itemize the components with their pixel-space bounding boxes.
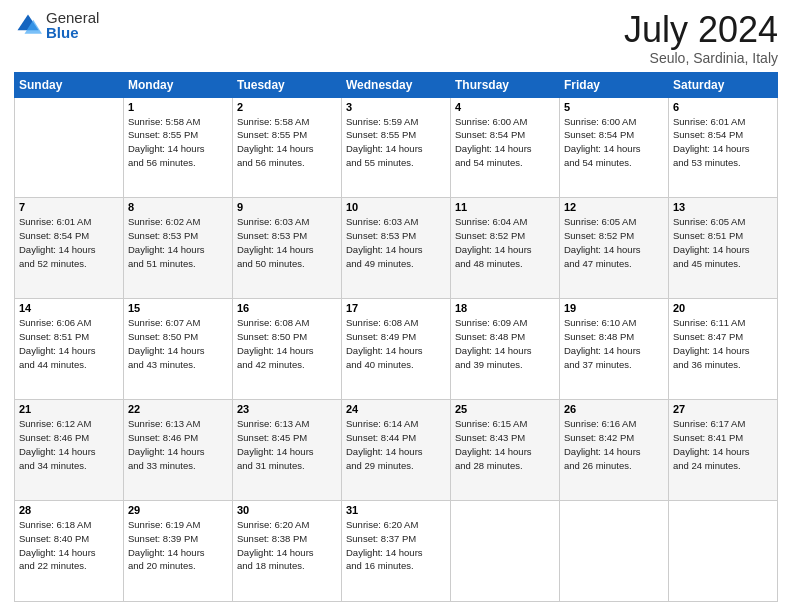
day-number: 5 [564,101,664,113]
day-number: 4 [455,101,555,113]
calendar-body: 1Sunrise: 5:58 AM Sunset: 8:55 PM Daylig… [15,97,778,601]
logo: General Blue [14,10,99,40]
calendar-table: SundayMondayTuesdayWednesdayThursdayFrid… [14,72,778,602]
calendar-cell: 1Sunrise: 5:58 AM Sunset: 8:55 PM Daylig… [124,97,233,198]
day-info: Sunrise: 5:59 AM Sunset: 8:55 PM Dayligh… [346,115,446,170]
day-info: Sunrise: 6:18 AM Sunset: 8:40 PM Dayligh… [19,518,119,573]
day-number: 23 [237,403,337,415]
calendar-cell: 3Sunrise: 5:59 AM Sunset: 8:55 PM Daylig… [342,97,451,198]
calendar-cell [451,501,560,602]
month-year: July 2024 [624,10,778,50]
calendar-week-row: 1Sunrise: 5:58 AM Sunset: 8:55 PM Daylig… [15,97,778,198]
day-number: 25 [455,403,555,415]
day-info: Sunrise: 6:03 AM Sunset: 8:53 PM Dayligh… [346,215,446,270]
title-block: July 2024 Seulo, Sardinia, Italy [624,10,778,66]
calendar-cell: 18Sunrise: 6:09 AM Sunset: 8:48 PM Dayli… [451,299,560,400]
day-number: 30 [237,504,337,516]
calendar-cell: 28Sunrise: 6:18 AM Sunset: 8:40 PM Dayli… [15,501,124,602]
page: General Blue July 2024 Seulo, Sardinia, … [0,0,792,612]
calendar-cell: 11Sunrise: 6:04 AM Sunset: 8:52 PM Dayli… [451,198,560,299]
day-info: Sunrise: 6:07 AM Sunset: 8:50 PM Dayligh… [128,316,228,371]
calendar-cell: 2Sunrise: 5:58 AM Sunset: 8:55 PM Daylig… [233,97,342,198]
calendar-cell [15,97,124,198]
logo-general-label: General [46,10,99,25]
day-info: Sunrise: 6:08 AM Sunset: 8:50 PM Dayligh… [237,316,337,371]
calendar-cell: 17Sunrise: 6:08 AM Sunset: 8:49 PM Dayli… [342,299,451,400]
day-info: Sunrise: 6:11 AM Sunset: 8:47 PM Dayligh… [673,316,773,371]
calendar-cell: 22Sunrise: 6:13 AM Sunset: 8:46 PM Dayli… [124,400,233,501]
calendar-cell [560,501,669,602]
weekday-header-cell: Monday [124,72,233,97]
day-number: 3 [346,101,446,113]
day-number: 16 [237,302,337,314]
weekday-header-row: SundayMondayTuesdayWednesdayThursdayFrid… [15,72,778,97]
day-number: 28 [19,504,119,516]
day-number: 13 [673,201,773,213]
day-info: Sunrise: 6:02 AM Sunset: 8:53 PM Dayligh… [128,215,228,270]
day-number: 31 [346,504,446,516]
calendar-cell: 30Sunrise: 6:20 AM Sunset: 8:38 PM Dayli… [233,501,342,602]
day-number: 27 [673,403,773,415]
day-info: Sunrise: 6:04 AM Sunset: 8:52 PM Dayligh… [455,215,555,270]
day-number: 7 [19,201,119,213]
day-number: 19 [564,302,664,314]
calendar-cell: 14Sunrise: 6:06 AM Sunset: 8:51 PM Dayli… [15,299,124,400]
calendar-cell: 6Sunrise: 6:01 AM Sunset: 8:54 PM Daylig… [669,97,778,198]
weekday-header-cell: Tuesday [233,72,342,97]
calendar-cell: 24Sunrise: 6:14 AM Sunset: 8:44 PM Dayli… [342,400,451,501]
day-number: 26 [564,403,664,415]
logo-blue-label: Blue [46,25,99,40]
calendar-cell: 29Sunrise: 6:19 AM Sunset: 8:39 PM Dayli… [124,501,233,602]
calendar-cell: 5Sunrise: 6:00 AM Sunset: 8:54 PM Daylig… [560,97,669,198]
day-info: Sunrise: 6:06 AM Sunset: 8:51 PM Dayligh… [19,316,119,371]
day-info: Sunrise: 6:13 AM Sunset: 8:46 PM Dayligh… [128,417,228,472]
calendar-week-row: 14Sunrise: 6:06 AM Sunset: 8:51 PM Dayli… [15,299,778,400]
calendar-cell: 7Sunrise: 6:01 AM Sunset: 8:54 PM Daylig… [15,198,124,299]
day-info: Sunrise: 6:16 AM Sunset: 8:42 PM Dayligh… [564,417,664,472]
calendar-cell: 25Sunrise: 6:15 AM Sunset: 8:43 PM Dayli… [451,400,560,501]
day-info: Sunrise: 5:58 AM Sunset: 8:55 PM Dayligh… [128,115,228,170]
location: Seulo, Sardinia, Italy [624,50,778,66]
day-number: 1 [128,101,228,113]
logo-text: General Blue [46,10,99,40]
weekday-header-cell: Sunday [15,72,124,97]
weekday-header-cell: Saturday [669,72,778,97]
weekday-header-cell: Wednesday [342,72,451,97]
logo-icon [14,11,42,39]
day-number: 9 [237,201,337,213]
day-info: Sunrise: 6:03 AM Sunset: 8:53 PM Dayligh… [237,215,337,270]
day-number: 20 [673,302,773,314]
calendar-cell: 8Sunrise: 6:02 AM Sunset: 8:53 PM Daylig… [124,198,233,299]
day-info: Sunrise: 6:05 AM Sunset: 8:51 PM Dayligh… [673,215,773,270]
day-number: 15 [128,302,228,314]
day-number: 11 [455,201,555,213]
calendar-cell: 19Sunrise: 6:10 AM Sunset: 8:48 PM Dayli… [560,299,669,400]
day-info: Sunrise: 6:17 AM Sunset: 8:41 PM Dayligh… [673,417,773,472]
calendar-week-row: 28Sunrise: 6:18 AM Sunset: 8:40 PM Dayli… [15,501,778,602]
day-info: Sunrise: 6:00 AM Sunset: 8:54 PM Dayligh… [455,115,555,170]
day-info: Sunrise: 6:13 AM Sunset: 8:45 PM Dayligh… [237,417,337,472]
calendar-cell [669,501,778,602]
calendar-cell: 21Sunrise: 6:12 AM Sunset: 8:46 PM Dayli… [15,400,124,501]
calendar-cell: 20Sunrise: 6:11 AM Sunset: 8:47 PM Dayli… [669,299,778,400]
day-number: 2 [237,101,337,113]
day-info: Sunrise: 6:15 AM Sunset: 8:43 PM Dayligh… [455,417,555,472]
calendar-cell: 13Sunrise: 6:05 AM Sunset: 8:51 PM Dayli… [669,198,778,299]
day-number: 29 [128,504,228,516]
day-info: Sunrise: 6:19 AM Sunset: 8:39 PM Dayligh… [128,518,228,573]
day-number: 17 [346,302,446,314]
day-info: Sunrise: 6:05 AM Sunset: 8:52 PM Dayligh… [564,215,664,270]
calendar-header: SundayMondayTuesdayWednesdayThursdayFrid… [15,72,778,97]
day-info: Sunrise: 6:01 AM Sunset: 8:54 PM Dayligh… [673,115,773,170]
day-info: Sunrise: 6:14 AM Sunset: 8:44 PM Dayligh… [346,417,446,472]
day-info: Sunrise: 6:09 AM Sunset: 8:48 PM Dayligh… [455,316,555,371]
day-number: 14 [19,302,119,314]
day-info: Sunrise: 6:12 AM Sunset: 8:46 PM Dayligh… [19,417,119,472]
header: General Blue July 2024 Seulo, Sardinia, … [14,10,778,66]
calendar-cell: 12Sunrise: 6:05 AM Sunset: 8:52 PM Dayli… [560,198,669,299]
calendar-cell: 26Sunrise: 6:16 AM Sunset: 8:42 PM Dayli… [560,400,669,501]
day-info: Sunrise: 6:01 AM Sunset: 8:54 PM Dayligh… [19,215,119,270]
calendar-cell: 4Sunrise: 6:00 AM Sunset: 8:54 PM Daylig… [451,97,560,198]
day-info: Sunrise: 6:08 AM Sunset: 8:49 PM Dayligh… [346,316,446,371]
day-number: 18 [455,302,555,314]
